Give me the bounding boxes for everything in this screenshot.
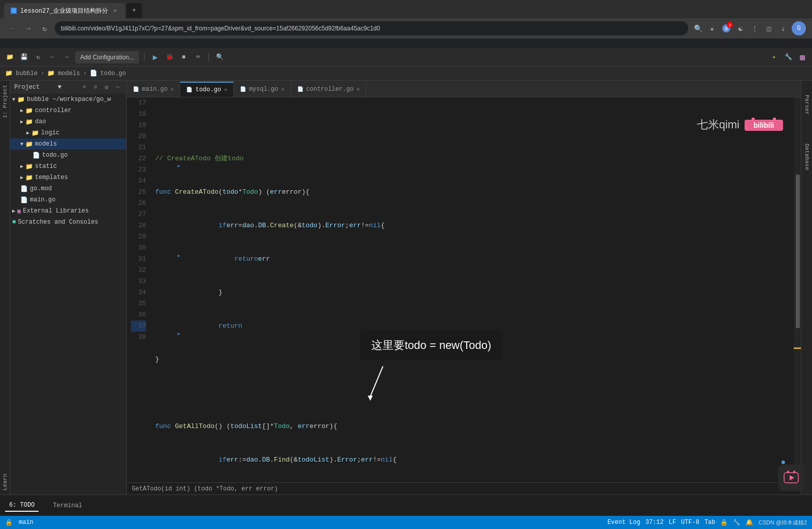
- status-branch[interactable]: main: [19, 519, 33, 526]
- folder-open-btn[interactable]: 📁: [4, 52, 15, 63]
- watermark: 七米qimi bilibili: [697, 117, 784, 133]
- address-bar[interactable]: bilibili.com/video/BV1gJ411p7xC/?p=27&sp…: [55, 21, 688, 36]
- cast-icon[interactable]: ◫: [763, 23, 774, 34]
- forward-btn[interactable]: →: [22, 22, 34, 34]
- main-tab-close[interactable]: ✕: [170, 86, 173, 92]
- templates-caret: ▶: [20, 174, 23, 181]
- tree-scratches[interactable]: ■ Scratches and Consoles: [10, 217, 126, 228]
- tree-main-go[interactable]: 📄 main.go: [10, 194, 126, 205]
- notification-icon[interactable]: 🔔: [746, 519, 753, 526]
- code-line-25: [155, 387, 796, 399]
- main-tab-label: main.go: [142, 86, 167, 93]
- tree-root[interactable]: ▼ 📁 bubble ~/workspace/go_w: [10, 94, 126, 105]
- add-config-button[interactable]: Add Configuration...: [75, 51, 139, 63]
- tree-go-mod[interactable]: 📄 go.mod: [10, 183, 126, 194]
- terminal-tab[interactable]: Terminal: [49, 500, 86, 511]
- line-ending: LF: [668, 519, 676, 526]
- ext-lib-label: External Libraries: [23, 207, 89, 215]
- tree-settings-btn[interactable]: ⚙: [102, 83, 111, 92]
- new-tab-icon: +: [132, 7, 136, 14]
- separator: [144, 53, 145, 61]
- todo-tab-label: todo.go: [195, 86, 221, 93]
- tab-main-go[interactable]: 📄 main.go ✕: [127, 82, 180, 97]
- mysql-tab-label: mysql.go: [249, 86, 278, 93]
- git-icon[interactable]: ✦: [768, 52, 780, 63]
- code-signature: GetATodo(id int) (todo *Todo, err error): [132, 485, 278, 492]
- dao-folder-icon: 📁: [25, 118, 33, 126]
- code-line-21: return err: [155, 254, 796, 265]
- browser-icons: 🔍 ★ B 3 ☯ ⋮ ◫ ⇓ G: [692, 21, 806, 36]
- controller-tab-close[interactable]: ✕: [357, 86, 360, 92]
- file-tree: Project ▼ ⌖ ≡ ⚙ — ▼ 📁 bubble ~/workspace…: [10, 81, 127, 495]
- csdn-label: CSDN @待木成植2: [758, 519, 807, 526]
- tree-external-libs[interactable]: ▶ ▣ External Libraries: [10, 205, 126, 217]
- tree-header-icons: ⌖ ≡ ⚙ —: [80, 83, 122, 92]
- annotation-text: 这里要todo = new(Todo): [371, 339, 491, 351]
- mini-scrollbar[interactable]: [794, 97, 801, 482]
- mysql-tab-close[interactable]: ✕: [281, 86, 285, 92]
- fwd-nav-btn[interactable]: →: [61, 52, 72, 63]
- bottom-panel: 6: TODO Terminal: [0, 495, 812, 516]
- root-caret: ▼: [12, 97, 15, 102]
- tab-close-btn[interactable]: ✕: [111, 7, 119, 15]
- tab-controller-go[interactable]: 📄 controller.go ✕: [291, 82, 367, 97]
- tree-todo-go[interactable]: 📄 todo.go: [10, 150, 126, 161]
- code-editor[interactable]: 17 18 19 20 21 22 23 24 25 26 27 28 29 3…: [127, 97, 801, 482]
- profile-avatar[interactable]: G: [792, 21, 806, 36]
- browser-tab-new[interactable]: +: [126, 3, 142, 18]
- bilibili-btn-icon: [783, 470, 799, 486]
- fold-indicator-26[interactable]: ►: [178, 254, 180, 259]
- tab-mysql-go[interactable]: 📄 mysql.go ✕: [234, 82, 291, 97]
- learn-tab[interactable]: Learn: [2, 470, 8, 495]
- stop-btn[interactable]: ■: [178, 52, 189, 63]
- tab-todo-go[interactable]: 📄 todo.go ✕: [180, 82, 233, 97]
- fold-indicator-33[interactable]: ►: [178, 332, 180, 337]
- bilibili-btn[interactable]: [778, 465, 804, 491]
- refresh-btn[interactable]: ↻: [39, 22, 51, 34]
- breadcrumb-models-text: models: [58, 70, 80, 77]
- todo-panel-tab[interactable]: 6: TODO: [5, 500, 39, 512]
- breadcrumb-file-icon: 📄: [90, 69, 97, 77]
- static-caret: ▶: [20, 163, 23, 169]
- extension-icon[interactable]: B 3: [721, 23, 732, 34]
- project-panel-tab[interactable]: 1: Project: [2, 81, 8, 122]
- fold-indicator-19[interactable]: ►: [178, 164, 180, 169]
- sync-btn[interactable]: ↻: [32, 52, 44, 63]
- controller-folder-icon: 📁: [25, 107, 33, 115]
- tree-collapse-btn[interactable]: ≡: [91, 83, 100, 92]
- tree-logic[interactable]: ▶ 📁 logic: [10, 127, 126, 138]
- tree-templates[interactable]: ▶ 📁 templates: [10, 172, 126, 183]
- database-tab[interactable]: Database: [804, 139, 810, 174]
- back-btn[interactable]: ←: [6, 22, 18, 34]
- debug-btn[interactable]: 🐞: [164, 52, 175, 63]
- left-sidebar: 1: Project Learn: [0, 81, 10, 495]
- tree-models[interactable]: ▼ 📁 models: [10, 138, 126, 150]
- parser-tab[interactable]: Parser: [804, 91, 810, 119]
- back-nav-btn[interactable]: ←: [47, 52, 58, 63]
- build-btn[interactable]: ⌨: [192, 52, 203, 63]
- tree-dao[interactable]: ▶ 📁 dao: [10, 116, 126, 127]
- wrench-icon2[interactable]: 🔧: [733, 519, 740, 526]
- tree-close-btn[interactable]: —: [113, 83, 122, 92]
- tree-static[interactable]: ▶ 📁 static: [10, 161, 126, 172]
- puzzle-icon[interactable]: ☯: [735, 23, 746, 34]
- save-btn[interactable]: 💾: [18, 52, 29, 63]
- templates-folder-icon: 📁: [25, 174, 33, 182]
- address-text: bilibili.com/video/BV1gJ411p7xC/?p=27&sp…: [61, 25, 380, 32]
- layers-icon[interactable]: ▩: [797, 52, 808, 63]
- download-icon[interactable]: ⇓: [778, 23, 789, 34]
- status-bar: 🔒 main Event Log 37:12 LF UTF-8 Tab 🔒 🔧 …: [0, 516, 812, 529]
- right-panel: Parser Database: [801, 81, 812, 495]
- tree-locate-btn[interactable]: ⌖: [80, 83, 89, 92]
- search-toolbar-btn[interactable]: 🔍: [214, 52, 225, 63]
- search-icon[interactable]: 🔍: [692, 23, 703, 34]
- tree-controller[interactable]: ▶ 📁 controller: [10, 105, 126, 116]
- run-btn[interactable]: ▶: [150, 52, 161, 63]
- bookmark-icon[interactable]: ★: [707, 23, 718, 34]
- event-log[interactable]: Event Log: [608, 519, 641, 526]
- menu-icon[interactable]: ⋮: [749, 23, 760, 34]
- breadcrumb-sep2: ›: [83, 70, 87, 77]
- wrench-icon[interactable]: 🔧: [783, 52, 794, 63]
- browser-tab-active[interactable]: lesson27_企业级项目结构拆分 ✕: [4, 3, 125, 18]
- todo-tab-close[interactable]: ✕: [224, 87, 227, 93]
